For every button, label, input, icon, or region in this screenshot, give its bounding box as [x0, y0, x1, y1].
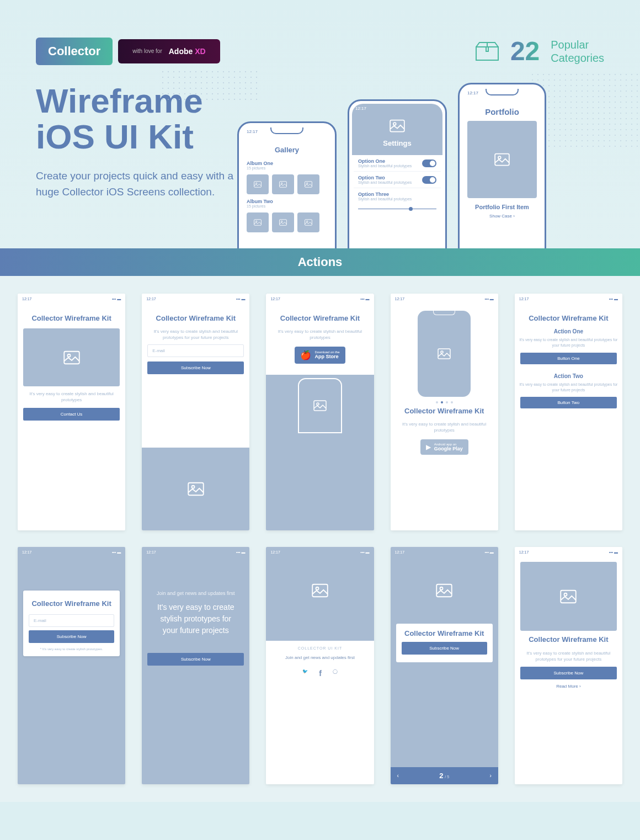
- svg-point-17: [498, 156, 501, 159]
- screen-card: 12:17••• ▬ Collector Wireframe Kit Subsc…: [391, 547, 498, 784]
- screen-card: 12:17••• ▬ Collector Wireframe Kit It's …: [515, 547, 622, 784]
- svg-point-21: [191, 486, 194, 488]
- svg-point-13: [307, 221, 308, 222]
- category-label: PopularCategories: [551, 38, 604, 65]
- svg-point-19: [67, 354, 70, 357]
- hero-section: Collector with love for Adobe XD 22 Popu…: [0, 0, 640, 248]
- svg-point-25: [441, 351, 443, 353]
- phone-gallery: 12:17 Gallery Album One 15 pictures Albu…: [237, 121, 337, 248]
- category-count: 22: [510, 36, 540, 66]
- svg-point-27: [316, 587, 318, 590]
- hero-phone-previews: 12:17 Gallery Album One 15 pictures Albu…: [237, 83, 546, 248]
- screen-card: 12:17••• ▬ Collector Wireframe Kit It's …: [142, 294, 249, 530]
- svg-rect-24: [438, 349, 450, 359]
- svg-rect-16: [495, 154, 509, 166]
- button-one[interactable]: Button One: [520, 353, 617, 364]
- screen-card: 12:17••• ▬ Collector Wireframe Kit It's …: [266, 294, 374, 530]
- svg-point-15: [393, 123, 396, 125]
- svg-point-9: [256, 221, 257, 222]
- showcase-link[interactable]: Show Case ›: [464, 214, 540, 219]
- slider[interactable]: [358, 209, 436, 209]
- screen-card: 12:17••• ▬ Collector Wireframe Kit It's …: [18, 294, 125, 530]
- readmore-link[interactable]: Read More ›: [515, 684, 622, 689]
- svg-point-23: [317, 403, 319, 405]
- svg-rect-4: [280, 182, 287, 188]
- phone-portfolio: 12:17 Portfolio Portfolio First Item Sho…: [458, 83, 546, 248]
- svg-rect-30: [561, 591, 577, 603]
- svg-point-7: [307, 183, 308, 184]
- adobe-xd-badge: with love for Adobe XD: [118, 39, 220, 63]
- screens-grid: 12:17••• ▬ Collector Wireframe Kit It's …: [0, 276, 640, 802]
- box-icon: [475, 41, 499, 61]
- image-placeholder: [520, 562, 617, 631]
- email-field[interactable]: E-mail: [147, 344, 244, 357]
- section-header-actions: Actions: [0, 248, 640, 276]
- button-two[interactable]: Button Two: [520, 397, 617, 408]
- twitter-icon[interactable]: 🐦: [302, 669, 308, 678]
- svg-point-29: [440, 587, 443, 590]
- appstore-button[interactable]: 🍎 Download on theApp Store: [295, 347, 345, 364]
- screen-card: 12:17••• ▬ Collector Wireframe Kit Actio…: [515, 294, 622, 530]
- screen-card: 12:17••• ▬ Collector Wireframe Kit E-mai…: [18, 547, 125, 784]
- svg-rect-0: [476, 47, 498, 60]
- collector-badge: Collector: [36, 38, 113, 65]
- subscribe-button[interactable]: Subscribe Now: [520, 667, 617, 679]
- email-field[interactable]: E-mail: [29, 614, 114, 627]
- svg-point-3: [256, 183, 257, 184]
- svg-rect-26: [312, 584, 328, 597]
- toggle-switch[interactable]: [422, 176, 436, 184]
- svg-rect-14: [390, 120, 404, 132]
- svg-rect-18: [64, 352, 79, 364]
- facebook-icon[interactable]: f: [319, 669, 322, 678]
- image-placeholder: [23, 328, 120, 386]
- prev-icon[interactable]: ‹: [397, 773, 399, 779]
- svg-point-11: [281, 221, 282, 222]
- svg-rect-1: [486, 47, 488, 51]
- subscribe-button[interactable]: Subscribe Now: [147, 361, 244, 374]
- svg-rect-8: [254, 220, 262, 226]
- phone-settings: 12:17 Settings Option OneStylish and bea…: [348, 99, 447, 248]
- decoration-dots: [530, 72, 640, 149]
- svg-rect-6: [305, 182, 312, 188]
- svg-rect-20: [188, 483, 204, 496]
- svg-rect-28: [436, 584, 452, 597]
- subscribe-button[interactable]: Subscribe Now: [402, 642, 487, 655]
- svg-point-31: [564, 593, 567, 596]
- screen-card: 12:17••• ▬ COLLECTOR UI KIT Join and get…: [266, 547, 374, 784]
- svg-rect-12: [305, 220, 312, 226]
- love-label: with love for: [132, 48, 162, 54]
- subscribe-button[interactable]: Subscribe Now: [147, 653, 244, 666]
- toggle-switch[interactable]: [422, 160, 436, 167]
- pager: ‹ 2 / 5 ›: [391, 767, 498, 784]
- social-icons: 🐦 f ◯: [266, 669, 374, 678]
- screen-card: 12:17••• ▬ Join and get news and updates…: [142, 547, 249, 784]
- svg-rect-22: [314, 401, 326, 411]
- next-icon[interactable]: ›: [489, 773, 491, 779]
- pagination-dots[interactable]: [391, 401, 498, 403]
- screen-card: 12:17••• ▬ Collector Wireframe Kit It's …: [391, 294, 498, 530]
- googleplay-button[interactable]: ▶ Android app onGoogle Play: [420, 439, 468, 455]
- svg-rect-10: [280, 220, 287, 226]
- phone-outline: [417, 310, 472, 398]
- svg-rect-2: [254, 182, 262, 188]
- svg-point-5: [281, 183, 282, 184]
- contact-button[interactable]: Contact Us: [23, 408, 120, 421]
- hero-subtitle: Create your projects quick and easy with…: [36, 168, 234, 200]
- instagram-icon[interactable]: ◯: [333, 669, 338, 678]
- subscribe-button[interactable]: Subscribe Now: [29, 630, 114, 643]
